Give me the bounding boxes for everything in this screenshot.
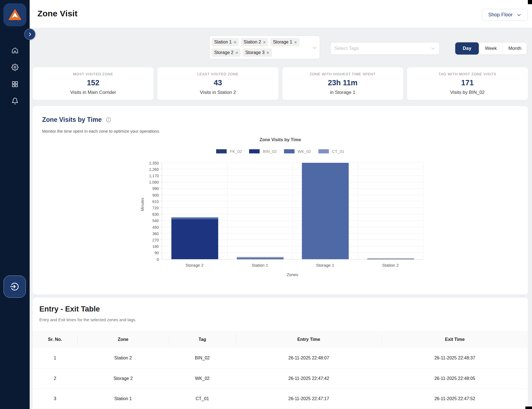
y-tick-label: 720: [152, 206, 159, 210]
entry-exit-table-card: Entry - Exit Table Entry and Exit times …: [33, 298, 528, 409]
legend-item-bin_02[interactable]: BIN_02: [249, 149, 277, 154]
y-tick-label: 810: [152, 199, 159, 204]
app-logo[interactable]: [3, 3, 26, 26]
period-option-day[interactable]: Day: [455, 42, 479, 55]
axis-tick: [160, 195, 162, 195]
table-cell: 26-11-2025 22:47:17: [236, 389, 382, 409]
entry-exit-table: Sr. No.ZoneTagEntry TimeExit Time 1Stati…: [33, 331, 528, 409]
screen-corner-artifact: [525, 407, 532, 409]
table-subtitle: Entry and Exit times for the selected zo…: [39, 317, 521, 322]
chevron-down-icon[interactable]: [312, 45, 317, 50]
y-tick-label: 630: [152, 212, 159, 217]
sidebar-item-notifications[interactable]: [11, 97, 19, 105]
remove-tag-icon[interactable]: ×: [267, 50, 269, 55]
stat-label: TAG WITH MOST ZONE VISITS: [439, 72, 496, 76]
table-cell: Station 1: [77, 389, 169, 409]
stat-card: ZONE WITH HIGHEST TIME SPENT23h 11min St…: [282, 67, 403, 100]
bar-station-1[interactable]: [237, 257, 283, 259]
axis-tick: [160, 163, 162, 163]
y-tick-label: 180: [152, 244, 159, 249]
info-icon[interactable]: [106, 117, 111, 123]
stat-label: MOST VISITED ZONE: [73, 72, 113, 76]
chart-section-heading: Zone Visits by Time: [42, 116, 102, 124]
y-tick-label: 1,170: [149, 174, 159, 178]
period-option-month[interactable]: Month: [503, 42, 527, 55]
y-tick-label: 900: [152, 193, 159, 197]
chart-title: Zone Visits by Time: [33, 137, 528, 142]
y-tick-label: 540: [152, 218, 159, 223]
category-slot: [293, 163, 358, 259]
stat-label: ZONE WITH HIGHEST TIME SPENT: [310, 72, 376, 76]
tag-chip[interactable]: Station 2×: [241, 38, 268, 46]
legend-label: CT_01: [332, 149, 344, 154]
tag-chip-label: Station 2: [244, 40, 261, 45]
chart-plot-area: 0901802703604505406307208109009901,0801,…: [162, 163, 423, 259]
tag-chip[interactable]: Storage 2×: [212, 48, 241, 57]
table-cell: 26-11-2025 22:48:05: [382, 368, 528, 389]
x-tick-label: Station 1: [252, 263, 268, 267]
remove-tag-icon[interactable]: ×: [234, 40, 236, 45]
stat-card: MOST VISITED ZONE152Visits in Main Corri…: [33, 67, 154, 100]
select-tags-placeholder: Select Tags: [334, 46, 359, 51]
tag-chip[interactable]: Storage 1×: [270, 38, 299, 46]
top-header: Zone Visit Shop Floor: [30, 0, 532, 28]
table-row: 1Station 2BIN_0226-11-2025 22:48:0726-11…: [33, 348, 528, 368]
sidebar-item-settings[interactable]: [11, 63, 19, 71]
select-tags-dropdown[interactable]: Select Tags: [330, 42, 440, 55]
table-cell: 2: [33, 368, 77, 389]
zone-visits-chart-card: Zone Visits by Time Monitor the time spe…: [33, 106, 528, 294]
y-tick-label: 90: [154, 251, 159, 255]
legend-label: BIN_02: [263, 149, 277, 154]
stat-value: 152: [87, 79, 99, 87]
period-option-week[interactable]: Week: [479, 42, 503, 55]
legend-item-ct_01[interactable]: CT_01: [318, 149, 344, 154]
floor-selector-dropdown[interactable]: Shop Floor: [482, 9, 528, 21]
table-cell: WK_02: [169, 368, 236, 389]
tag-chip[interactable]: Storage 3×: [243, 48, 272, 57]
tag-chip-label: Storage 1: [273, 40, 292, 45]
apps-grid-icon: [11, 81, 19, 88]
tag-chip-label: Storage 2: [214, 50, 233, 55]
legend-item-fk_02[interactable]: FK_02: [216, 149, 242, 154]
legend-swatch: [216, 149, 227, 153]
stat-sub: Visits in Station 2: [200, 90, 236, 95]
chevron-right-icon: [27, 32, 32, 37]
remove-tag-icon[interactable]: ×: [294, 40, 297, 45]
period-toggle: DayWeekMonth: [455, 42, 527, 55]
chevron-down-icon: [431, 46, 436, 51]
tag-chip[interactable]: Station 1×: [212, 38, 239, 46]
home-icon: [11, 47, 19, 54]
legend-label: FK_02: [230, 149, 242, 154]
stat-sub: Visits by BIN_02: [450, 90, 485, 95]
category-slot: [162, 163, 227, 259]
sidebar-item-home[interactable]: [11, 47, 19, 54]
legend-item-wk_02[interactable]: WK_02: [284, 149, 311, 154]
stat-card: TAG WITH MOST ZONE VISITS171Visits by BI…: [407, 67, 528, 100]
x-tick-label: Storage 2: [185, 263, 203, 267]
selected-tags-box[interactable]: Station 1×Station 2×Storage 1×Storage 2×…: [209, 35, 320, 59]
y-tick-label: 360: [152, 231, 159, 236]
bar-storage-2[interactable]: [171, 217, 218, 259]
axis-tick: [160, 201, 162, 201]
sidebar-item-apps[interactable]: [11, 80, 19, 88]
stat-label: LEAST VISITED ZONE: [197, 72, 239, 76]
axis-tick: [160, 182, 162, 182]
table-cell: Storage 2: [77, 368, 169, 389]
table-cell: Station 2: [77, 348, 169, 368]
sidebar-expand-button[interactable]: [24, 29, 35, 40]
table-cell: CT_01: [169, 389, 236, 409]
axis-tick: [160, 227, 162, 227]
x-tick-label: Storage 1: [316, 263, 334, 267]
y-tick-label: 0: [157, 257, 159, 262]
bar-storage-1[interactable]: [302, 163, 349, 259]
bar-station-2[interactable]: [367, 259, 414, 259]
table-row: 2Storage 2WK_0226-11-2025 22:47:4226-11-…: [33, 368, 528, 389]
floor-selector-label: Shop Floor: [488, 12, 513, 18]
legend-swatch: [284, 149, 295, 153]
settings-gear-icon: [11, 64, 19, 71]
remove-tag-icon[interactable]: ×: [235, 50, 238, 55]
table-column-header: Tag: [169, 331, 236, 348]
remove-tag-icon[interactable]: ×: [263, 40, 266, 45]
sidebar: [0, 0, 30, 409]
login-button[interactable]: [4, 276, 26, 298]
